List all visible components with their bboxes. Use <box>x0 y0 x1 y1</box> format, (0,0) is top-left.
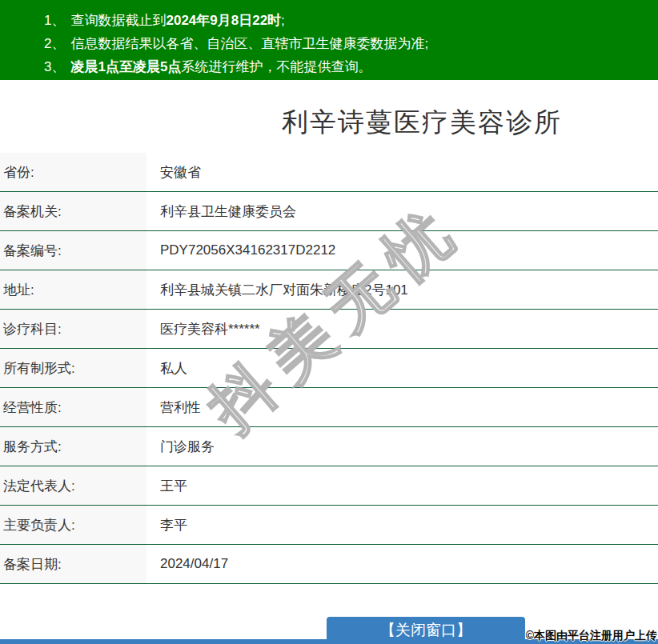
notice-number: 1、 <box>44 9 70 32</box>
row-label: 主要负责人: <box>0 506 146 544</box>
row-value: PDY72056X34162317D2212 <box>146 231 658 270</box>
row-value: 医疗美容科****** <box>146 310 658 348</box>
row-label: 所有制形式: <box>0 349 146 387</box>
row-label: 地址: <box>0 270 146 309</box>
record-table: 省份: 安徽省 备案机关: 利辛县卫生健康委员会 备案编号: PDY72056X… <box>0 153 658 584</box>
row-value: 王平 <box>146 466 658 505</box>
notice-text: ; <box>281 13 285 28</box>
notice-banner: 1、查询数据截止到2024年9月8日22时; 2、信息数据结果以各省、自治区、直… <box>0 0 658 80</box>
page-title: 利辛诗蔓医疗美容诊所 <box>0 106 658 139</box>
close-window-button[interactable]: 【关闭窗口】 <box>327 617 525 644</box>
row-label: 诊疗科目: <box>0 310 146 348</box>
notice-text: 查询数据截止到 <box>70 13 166 28</box>
row-label: 备案编号: <box>0 231 146 270</box>
row-value: 李平 <box>146 506 658 544</box>
table-row-main-person-in-charge: 主要负责人: 李平 <box>0 506 658 545</box>
row-value: 营利性 <box>146 388 658 426</box>
notice-line-2: 2、信息数据结果以各省、自治区、直辖市卫生健康委数据为准; <box>44 32 650 55</box>
row-label: 备案机关: <box>0 192 146 230</box>
notice-text: 系统进行维护，不能提供查询。 <box>181 59 371 74</box>
row-value: 门诊服务 <box>146 427 658 466</box>
table-row-filing-date: 备案日期: 2024/04/17 <box>0 545 658 584</box>
row-label: 服务方式: <box>0 427 146 466</box>
notice-text-bold: 2024年9月8日22时 <box>166 13 281 28</box>
notice-line-3: 3、凌晨1点至凌晨5点系统进行维护，不能提供查询。 <box>44 55 650 78</box>
row-value: 利辛县卫生健康委员会 <box>146 192 658 230</box>
table-row-service-mode: 服务方式: 门诊服务 <box>0 427 658 466</box>
row-label: 省份: <box>0 153 146 191</box>
notice-text: 信息数据结果以各省、自治区、直辖市卫生健康委数据为准; <box>70 36 428 51</box>
row-label: 备案日期: <box>0 545 146 583</box>
row-label: 经营性质: <box>0 388 146 426</box>
row-value: 利辛县城关镇二水厂对面朱新楼庄2号101 <box>146 270 658 309</box>
row-value: 私人 <box>146 349 658 387</box>
notice-number: 2、 <box>44 32 70 55</box>
uploader-watermark: ©本图由平台注册用户上传 <box>526 629 657 643</box>
row-value: 2024/04/17 <box>146 545 658 583</box>
notice-number: 3、 <box>44 55 70 78</box>
notice-text-bold: 凌晨1点至凌晨5点 <box>70 59 181 74</box>
table-row-legal-representative: 法定代表人: 王平 <box>0 466 658 506</box>
notice-line-1: 1、查询数据截止到2024年9月8日22时; <box>44 9 650 32</box>
table-row-filing-number: 备案编号: PDY72056X34162317D2212 <box>0 231 658 270</box>
table-row-address: 地址: 利辛县城关镇二水厂对面朱新楼庄2号101 <box>0 270 658 310</box>
table-row-treatment-subjects: 诊疗科目: 医疗美容科****** <box>0 310 658 349</box>
row-value: 安徽省 <box>146 153 658 191</box>
table-row-ownership-form: 所有制形式: 私人 <box>0 349 658 388</box>
table-row-filing-authority: 备案机关: 利辛县卫生健康委员会 <box>0 192 658 231</box>
row-label: 法定代表人: <box>0 466 146 505</box>
table-row-province: 省份: 安徽省 <box>0 153 658 192</box>
table-row-business-nature: 经营性质: 营利性 <box>0 388 658 427</box>
